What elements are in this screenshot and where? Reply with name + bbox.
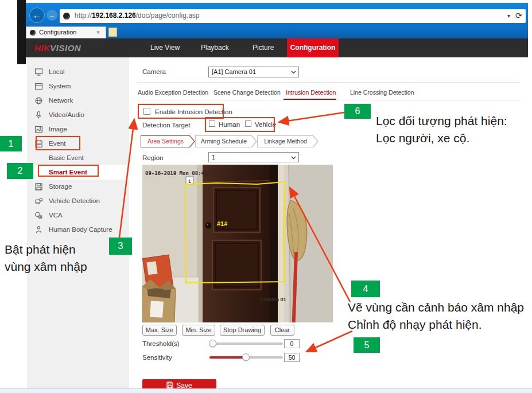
step-badge-1: 1 xyxy=(0,136,22,151)
step-badge-5: 5 xyxy=(354,337,380,353)
arrow-step5 xyxy=(306,331,352,352)
monitor-icon xyxy=(34,68,43,76)
stop-drawing-button[interactable]: Stop Drawing xyxy=(220,325,265,336)
nav-configuration[interactable]: Configuration xyxy=(287,38,339,57)
threshold-value[interactable]: 0 xyxy=(284,339,300,348)
address-bar[interactable]: http://192.168.2.126/doc/page/config.asp xyxy=(60,9,526,23)
sidebar-item-vca[interactable]: VCA xyxy=(27,208,129,223)
camera-live-view[interactable]: 09-16-2019 Mon 08:43:35 1 #1# Camera 01 xyxy=(142,165,333,322)
chevron-down-icon xyxy=(291,156,296,159)
save-disk-icon xyxy=(166,382,173,388)
url-path: /doc/page/config.asp xyxy=(136,11,200,20)
vehicle-search-icon xyxy=(34,197,43,205)
sidebar-item-network[interactable]: Network xyxy=(27,94,129,108)
tab-audio-exception-detection[interactable]: Audio Exception Detection xyxy=(138,89,208,96)
sidebar-label: Human Body Capture xyxy=(49,226,112,233)
tab-favicon xyxy=(30,30,36,36)
screenshot: ← → http://192.168.2.126/doc/page/config… xyxy=(0,0,532,393)
sidebar-item-storage[interactable]: Storage xyxy=(27,180,129,194)
door-knob xyxy=(205,223,212,229)
sidebar-item-local[interactable]: Local xyxy=(27,65,129,79)
tab-scene-change-detection[interactable]: Scene Change Detection xyxy=(213,89,281,96)
sensitivity-slider-fill xyxy=(209,356,246,359)
step-badge-3: 3 xyxy=(109,238,132,255)
region-select[interactable]: 1 xyxy=(208,152,299,162)
osd-camera-name: Camera 01 xyxy=(260,297,286,302)
url-host: 192.168.2.126 xyxy=(92,11,136,20)
browser-back-button[interactable]: ← xyxy=(29,7,45,23)
window-edge xyxy=(17,0,26,64)
sidebar-item-video-audio[interactable]: Video/Audio xyxy=(27,108,129,122)
hikvision-navbar xyxy=(26,38,528,57)
threshold-label: Threshold(s) xyxy=(142,340,180,347)
sidebar-label: System xyxy=(49,83,71,90)
person-icon xyxy=(34,225,43,234)
threshold-slider-handle[interactable] xyxy=(209,340,216,347)
bottom-strip xyxy=(0,388,532,393)
browser-forward-button[interactable]: → xyxy=(46,10,57,21)
step-badge-4: 4 xyxy=(351,281,380,297)
globe-icon xyxy=(34,96,43,105)
browser-tab-configuration[interactable]: Configuration xyxy=(26,26,106,38)
threshold-slider-track[interactable] xyxy=(209,343,283,345)
sidebar-item-image[interactable]: Image xyxy=(27,122,129,137)
nav-playback[interactable]: Playback xyxy=(201,38,229,57)
site-icon xyxy=(63,13,70,20)
tab-close-icon[interactable]: × xyxy=(96,29,100,36)
disk-icon xyxy=(34,182,43,191)
white-box xyxy=(172,277,199,322)
note-line: Bật phát hiện xyxy=(5,241,87,258)
tab-area-settings[interactable]: Area Settings xyxy=(141,135,195,147)
highlight-event xyxy=(36,136,80,150)
note-line: Vẽ vùng cần cảnh báo xâm nhập xyxy=(348,299,524,316)
highlight-detection-target xyxy=(205,117,275,132)
step-badge-6: 6 xyxy=(344,104,371,119)
sensitivity-slider-handle[interactable] xyxy=(242,353,250,361)
region-tag: #1# xyxy=(217,220,227,227)
note-line: Chỉnh độ nhạy phát hiện. xyxy=(348,316,524,333)
logo-vision: VISION xyxy=(50,43,81,53)
sidebar-item-basic-event[interactable]: Basic Event xyxy=(27,151,129,165)
tab-linkage-method[interactable]: Linkage Method xyxy=(257,135,319,147)
note-enable: Bật phát hiện vùng xâm nhập xyxy=(5,241,87,275)
vca-icon xyxy=(34,211,43,220)
divider xyxy=(137,82,520,83)
tab-intrusion-detection[interactable]: Intrusion Detection xyxy=(286,89,336,96)
camera-select-value: [A1] Camera 01 xyxy=(212,68,256,75)
camera-label: Camera xyxy=(142,68,166,75)
image-icon xyxy=(34,125,43,134)
sidebar: Local System Network Video/Audio Image E… xyxy=(27,57,129,388)
osd-timestamp: 09-16-2019 Mon 08:43:35 xyxy=(145,170,217,176)
note-filter: Lọc đối tượng phát hiện: Lọc người, xe c… xyxy=(376,112,507,147)
new-tab-button[interactable] xyxy=(108,28,117,37)
tab-line-crossing-detection[interactable]: Line Crossing Detection xyxy=(350,89,414,96)
window-icon xyxy=(34,82,43,91)
sidebar-label: Basic Event xyxy=(49,154,84,161)
highlight-smart-event xyxy=(38,165,99,177)
nav-live-view[interactable]: Live View xyxy=(150,38,180,57)
note-line: Lọc người, xe cộ. xyxy=(376,130,507,147)
note-draw: Vẽ vùng cần cảnh báo xâm nhập Chỉnh độ n… xyxy=(348,299,524,333)
sidebar-item-human-body-capture[interactable]: Human Body Capture xyxy=(27,223,129,237)
sensitivity-label: Sensitivity xyxy=(142,354,172,361)
tab-arming-schedule[interactable]: Arming Schedule xyxy=(195,135,257,147)
microphone-icon xyxy=(34,111,43,119)
url-scheme: http:// xyxy=(75,11,92,20)
max-size-button[interactable]: Max. Size xyxy=(142,325,177,336)
sensitivity-value[interactable]: 50 xyxy=(284,353,300,362)
sidebar-label: Video/Audio xyxy=(49,111,84,118)
sidebar-item-system[interactable]: System xyxy=(27,79,129,94)
logo-hik: HIK xyxy=(34,43,50,53)
min-size-button[interactable]: Min. Size xyxy=(182,325,215,336)
note-line: Lọc đối tượng phát hiện: xyxy=(376,112,507,130)
divider xyxy=(137,100,520,100)
sidebar-item-vehicle-detection[interactable]: Vehicle Detection xyxy=(27,194,129,208)
sidebar-label: Image xyxy=(49,126,67,133)
address-dropdown-caret[interactable]: ▾ xyxy=(507,13,510,19)
chevron-down-icon xyxy=(291,71,296,74)
detection-target-label: Detection Target xyxy=(142,122,191,129)
clear-button[interactable]: Clear xyxy=(270,325,294,336)
refresh-icon[interactable]: ⟳ xyxy=(515,11,522,20)
camera-select[interactable]: [A1] Camera 01 xyxy=(208,67,299,77)
nav-picture[interactable]: Picture xyxy=(253,38,274,57)
